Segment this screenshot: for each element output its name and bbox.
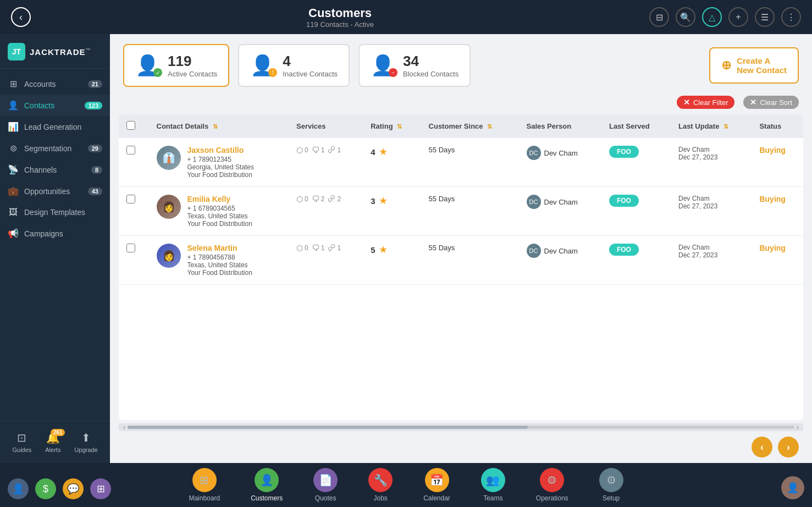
row2-service-0: ⬡0 (296, 195, 308, 203)
sidebar-bottom: ⊡ Guides 🔔 261 Alerts ⬆ Upgrade (0, 421, 110, 463)
row3-phone: + 1 7890456788 (187, 254, 252, 261)
row1-avatar: 👔 (157, 146, 181, 170)
blocked-icon-wrap: 👤 − (371, 54, 395, 77)
profile-avatar[interactable]: 👤 (781, 476, 804, 499)
row2-checkbox-cell (119, 187, 149, 236)
tab-operations[interactable]: ⚙ Operations (521, 464, 584, 506)
create-new-contact-button[interactable]: ⊕ Create A New Contact (709, 47, 799, 84)
add-icon-btn[interactable]: + (728, 7, 748, 27)
bottom-dollar-icon[interactable]: $ (35, 478, 56, 499)
row2-last-update-cell: Dev Cham Dec 27, 2023 (671, 187, 752, 236)
stats-row: 👤 ✓ 119 Active Contacts 👤 ! 4 Inactive C… (110, 34, 812, 92)
row2-sp-name: Dev Cham (544, 198, 578, 206)
row2-checkbox[interactable] (126, 195, 135, 203)
scroll-right-arrow[interactable]: › (794, 423, 801, 431)
tab-bar-inner: ⊞ Mainboard 👤 Customers 📄 Quotes 🔧 Jobs … (173, 464, 638, 506)
sidebar-label-segmentation: Segmentation (24, 144, 71, 153)
sidebar-item-lead-generation[interactable]: 📊 Lead Generation (0, 116, 110, 137)
upgrade-nav-item[interactable]: ⬆ Upgrade (74, 431, 97, 453)
sidebar-label-contacts: Contacts (24, 101, 54, 110)
search-icon-btn[interactable]: 🔍 (676, 7, 695, 27)
col-rating[interactable]: Rating ⇅ (363, 114, 421, 138)
page-subtitle: 119 Contacts - Active (306, 20, 374, 29)
sidebar-label-design-templates: Design Templates (24, 208, 85, 217)
sidebar-item-channels[interactable]: 📡 Channels 8 (0, 159, 110, 180)
inactive-contacts-card[interactable]: 👤 ! 4 Inactive Contacts (238, 44, 350, 87)
keyboard-icon-btn[interactable]: ⊟ (649, 7, 669, 27)
tab-setup[interactable]: ⚙ Setup (584, 464, 639, 506)
inactive-count: 4 (283, 53, 338, 70)
sidebar-nav: ⊞ Accounts 21 👤 Contacts 123 📊 Lead Gene… (0, 69, 110, 421)
sidebar-label-opportunities: Opportunities (24, 187, 70, 196)
row1-contact-cell: 👔 Jaxson Castillo + 1 789012345 Georgia,… (149, 138, 289, 187)
alerts-nav-item[interactable]: 🔔 261 Alerts (45, 431, 60, 453)
row2-last-served-cell: FOO (601, 187, 671, 236)
sidebar-item-campaigns[interactable]: 📢 Campaigns (0, 223, 110, 244)
row1-service-2: 🗪1 (328, 146, 341, 155)
row2-name[interactable]: Emilia Kelly (187, 195, 252, 203)
scroll-thumb[interactable] (128, 426, 528, 429)
rating-sort-icon: ⇅ (397, 123, 402, 130)
bottom-chat-icon[interactable]: 💬 (63, 478, 84, 499)
row2-rating-cell: 3 ★ (363, 187, 421, 236)
alerts-label: Alerts (45, 447, 60, 453)
create-btn-line2: New Contact (737, 65, 787, 75)
service1-icon: 🗨 (312, 146, 319, 155)
clear-filter-button[interactable]: ✕ Clear Filter (677, 96, 735, 109)
accounts-badge: 21 (88, 80, 102, 88)
col-customer-since[interactable]: Customer Since ⇅ (421, 114, 519, 138)
clear-sort-button[interactable]: ✕ Clear Sort (743, 96, 799, 109)
row1-name[interactable]: Jaxson Castillo (187, 146, 254, 155)
bottom-person-icon[interactable]: 👤 (8, 478, 29, 499)
prev-page-button[interactable]: ‹ (752, 437, 772, 458)
tab-mainboard-label: Mainboard (189, 494, 220, 502)
tab-calendar[interactable]: 📅 Calendar (408, 464, 466, 506)
active-contacts-card[interactable]: 👤 ✓ 119 Active Contacts (123, 44, 229, 87)
row3-checkbox[interactable] (126, 244, 135, 252)
tab-mainboard[interactable]: ⊞ Mainboard (173, 464, 235, 506)
tab-jobs[interactable]: 🔧 Jobs (353, 464, 408, 506)
row2-avatar: 👩 (157, 195, 181, 219)
row3-name[interactable]: Selena Martin (187, 244, 252, 252)
sidebar-label-accounts: Accounts (24, 80, 56, 89)
horizontal-scrollbar[interactable]: ‹ › (119, 423, 803, 431)
row2-sales-person-cell: DC Dev Cham (519, 187, 601, 236)
tab-customers-label: Customers (251, 494, 283, 502)
row2-sp-avatar: DC (527, 195, 541, 209)
col-last-update[interactable]: Last Update ⇅ (671, 114, 752, 138)
row1-star-icon: ★ (379, 146, 388, 158)
row2-star-icon: ★ (379, 195, 388, 207)
upgrade-icon: ⬆ (81, 431, 91, 444)
next-page-button[interactable]: › (778, 437, 799, 458)
tab-teams[interactable]: 👥 Teams (466, 464, 521, 506)
select-all-checkbox[interactable] (126, 121, 135, 130)
more-icon-btn[interactable]: ⋮ (781, 7, 801, 27)
sidebar-item-opportunities[interactable]: 💼 Opportunities 43 (0, 180, 110, 202)
bottom-grid-icon[interactable]: ⊞ (90, 478, 111, 499)
filter-icon-btn[interactable]: △ (702, 7, 722, 27)
sidebar-item-accounts[interactable]: ⊞ Accounts 21 (0, 73, 110, 95)
sidebar-item-contacts[interactable]: 👤 Contacts 123 (0, 95, 110, 116)
col-contact-details[interactable]: Contact Details ⇅ (149, 114, 289, 138)
sidebar-label-campaigns: Campaigns (24, 229, 63, 238)
scroll-left-arrow[interactable]: ‹ (121, 423, 128, 431)
active-icon-wrap: 👤 ✓ (135, 54, 160, 77)
jobs-icon: 🔧 (368, 468, 393, 492)
row1-checkbox[interactable] (126, 146, 135, 155)
col-status: Status (752, 114, 803, 138)
tab-customers[interactable]: 👤 Customers (235, 464, 298, 506)
tab-quotes[interactable]: 📄 Quotes (298, 464, 353, 506)
row3-last-served-badge: FOO (609, 244, 639, 256)
tab-jobs-label: Jobs (373, 494, 387, 502)
content-area: 👤 ✓ 119 Active Contacts 👤 ! 4 Inactive C… (110, 34, 812, 463)
menu-icon-btn[interactable]: ☰ (755, 7, 775, 27)
tab-teams-label: Teams (483, 494, 502, 502)
row1-status: Buying (759, 146, 785, 155)
sidebar-item-segmentation[interactable]: ⊚ Segmentation 29 (0, 137, 110, 159)
row1-lu-date: Dec 27, 2023 (678, 153, 744, 161)
guides-nav-item[interactable]: ⊡ Guides (12, 431, 31, 453)
sidebar-item-design-templates[interactable]: 🖼 Design Templates (0, 202, 110, 223)
row2-contact-cell: 👩 Emilia Kelly + 1 6789034565 Texas, Uni… (149, 187, 289, 236)
back-button[interactable]: ‹ (11, 7, 31, 27)
blocked-contacts-card[interactable]: 👤 − 34 Blocked Contacts (358, 44, 471, 87)
